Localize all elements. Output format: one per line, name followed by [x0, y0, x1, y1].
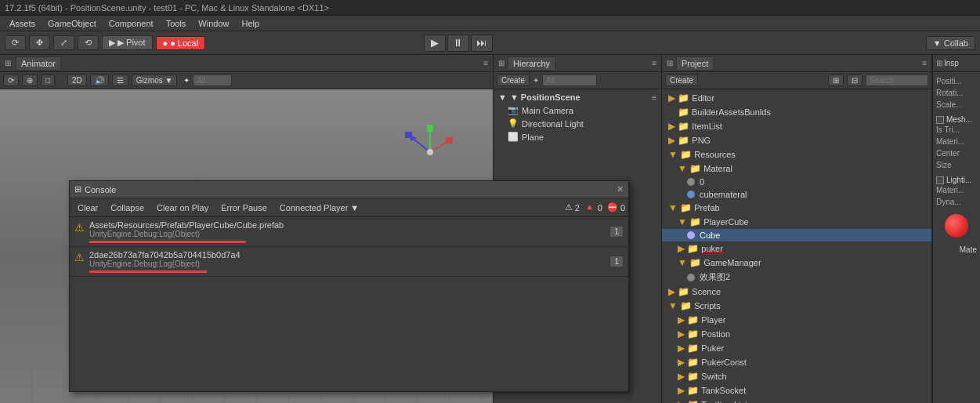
project-item-resources[interactable]: ▼ 📁 Resources	[662, 147, 931, 162]
project-item-itemlist[interactable]: ▶ 📁 ItemList	[662, 119, 931, 133]
clear-on-play-btn[interactable]: Clear on Play	[152, 202, 213, 213]
lighting-checkbox[interactable]	[936, 176, 944, 184]
project-item-scripts[interactable]: ▼ 📁 Scripts	[662, 299, 931, 313]
folder-icon-prefab: ▼ 📁	[668, 202, 692, 213]
project-item-effect[interactable]: 效果图2	[662, 270, 931, 285]
hierarchy-create-btn[interactable]: Create	[497, 74, 530, 86]
collab-button[interactable]: ▼ Collab	[926, 36, 975, 50]
menu-help[interactable]: Help	[235, 19, 266, 28]
light-icon: 💡	[508, 118, 519, 129]
project-search[interactable]	[866, 74, 928, 86]
project-item-player[interactable]: ▶ 📁 Player	[662, 313, 931, 327]
gizmos-btn[interactable]: Gizmos ▼	[132, 74, 178, 86]
transform-move-btn[interactable]: ⟳	[5, 35, 26, 50]
project-tab[interactable]: Project	[676, 56, 714, 71]
console-close-btn[interactable]: ✕	[617, 184, 624, 194]
console-content: ⚠ Assets/Resources/Prefab/PlayerCube/Cub…	[70, 217, 628, 391]
camera-label: Main Camera	[522, 106, 573, 115]
project-item-puker2[interactable]: ▶ 📁 Puker	[662, 341, 931, 355]
inspector-tab[interactable]: Insp	[944, 59, 959, 67]
project-item-materal[interactable]: ▼ 📁 Materal	[662, 162, 931, 176]
menu-component[interactable]: Component	[103, 19, 160, 28]
console-entry-0[interactable]: ⚠ Assets/Resources/Prefab/PlayerCube/Cub…	[70, 217, 628, 247]
plane-label: Plane	[522, 133, 544, 142]
scene-name: ▼ PositionScene	[510, 93, 580, 102]
hierarchy-menu-icon[interactable]: ≡	[652, 59, 656, 67]
folder-icon-gamemanager: ▼ 📁	[678, 257, 701, 268]
hierarchy-tab[interactable]: Hierarchy	[508, 56, 555, 71]
project-header: ⊞ Project ≡	[662, 55, 931, 72]
menu-gameobject[interactable]: GameObject	[42, 19, 103, 28]
entry-warning-icon-1: ⚠	[74, 251, 85, 263]
project-item-testitemlist[interactable]: ▶ 📁 TestItemList	[662, 398, 931, 403]
panel-menu-icon[interactable]: ≡	[483, 59, 488, 67]
scene-menu[interactable]: ≡	[652, 93, 656, 102]
scene-search[interactable]	[193, 74, 232, 86]
project-item-png[interactable]: ▶ 📁 PNG	[662, 133, 931, 147]
hierarchy-camera[interactable]: 📷 Main Camera	[494, 103, 661, 117]
inspector-content: Positi... Rotati... Scale... Mesh... Is …	[933, 72, 980, 259]
project-item-editor[interactable]: ▶ 📁 Editor	[662, 91, 931, 105]
local-icon: ●	[163, 38, 168, 48]
console-title: ⊞ Console	[74, 184, 116, 194]
hierarchy-light[interactable]: 💡 Directional Light	[494, 117, 661, 130]
transform-rotate-btn[interactable]: ⟲	[78, 35, 99, 50]
project-item-scence[interactable]: ▶ 📁 Scence	[662, 285, 931, 299]
project-create-btn[interactable]: Create	[665, 74, 698, 86]
scene-root[interactable]: ▼ ▼ PositionScene ≡	[494, 91, 661, 103]
transform-scale-btn[interactable]: ⤢	[53, 35, 74, 50]
local-btn[interactable]: ● ● Local	[156, 36, 206, 50]
audio-btn[interactable]: 🔊	[90, 74, 109, 86]
folder-icon-postion: ▶ 📁	[678, 329, 699, 339]
project-item-builder[interactable]: 📁 BuilderAssetsBunlds	[662, 105, 931, 119]
play-button[interactable]: ▶	[424, 34, 446, 52]
project-item-prefab[interactable]: ▼ 📁 Prefab	[662, 201, 931, 215]
error-icon1: 🔺	[584, 202, 595, 212]
connected-player-btn[interactable]: Connected Player ▼	[275, 202, 363, 213]
project-item-playercube[interactable]: ▼ 📁 PlayerCube	[662, 215, 931, 229]
animator-tab[interactable]: Animator	[16, 56, 61, 71]
project-item-tanksocket[interactable]: ▶ 📁 TankSocket	[662, 383, 931, 398]
project-item-puker[interactable]: ▶ 📁 puker	[662, 241, 931, 256]
menu-assets[interactable]: Assets	[3, 19, 42, 28]
project-item-gamemanager[interactable]: ▼ 📁 GameManager	[662, 256, 931, 270]
project-item-postion[interactable]: ▶ 📁 Postion	[662, 327, 931, 341]
menu-window[interactable]: Window	[192, 19, 235, 28]
project-icon-btn1[interactable]: ⊞	[828, 74, 844, 86]
2d-btn[interactable]: 2D	[67, 74, 87, 86]
clear-btn[interactable]: Clear	[73, 202, 103, 213]
project-item-0[interactable]: 0	[662, 176, 931, 188]
pivot-btn[interactable]: ▶ ▶ Pivot	[102, 35, 153, 50]
entry-warning-icon-0: ⚠	[74, 221, 85, 234]
collapse-btn[interactable]: Collapse	[106, 202, 149, 213]
project-item-switch[interactable]: ▶ 📁 Switch	[662, 369, 931, 383]
error-pause-btn[interactable]: Error Pause	[216, 202, 272, 213]
mesh-checkbox[interactable]	[936, 116, 944, 124]
project-item-cube[interactable]: Cube	[662, 229, 931, 241]
error-count1: 0	[598, 203, 602, 212]
pause-button[interactable]: ⏸	[447, 34, 469, 52]
dot-icon-0	[687, 178, 695, 186]
stats-btn[interactable]: ☰	[112, 74, 128, 86]
hierarchy-plane[interactable]: ⬜ Plane	[494, 130, 661, 143]
step-button[interactable]: ⏭	[471, 34, 493, 52]
inspector-pin-icon: ⊞	[936, 59, 942, 67]
entry-bar-1	[89, 270, 207, 273]
maximize-btn[interactable]: □	[41, 74, 55, 86]
inspector-mesh-section: Mesh...	[936, 115, 977, 124]
pivot-label: ▶ Pivot	[118, 38, 146, 48]
refresh-btn[interactable]: ⟳	[3, 74, 19, 86]
mesh-label: Mesh...	[946, 115, 972, 124]
project-menu-icon[interactable]: ≡	[922, 59, 927, 67]
project-item-pukerconst[interactable]: ▶ 📁 PukerConst	[662, 355, 931, 369]
transform-select-btn[interactable]: ✥	[29, 35, 50, 50]
hierarchy-search[interactable]	[542, 74, 597, 86]
console-entry-1[interactable]: ⚠ 2dae26b73a7fa7042b5a704415b0d7a4 Unity…	[70, 247, 628, 277]
center-btn[interactable]: ⊕	[22, 74, 38, 86]
folder-icon-puker: ▶ 📁	[678, 243, 699, 254]
menu-tools[interactable]: Tools	[160, 19, 193, 28]
project-icon-btn2[interactable]: ⊟	[847, 74, 862, 86]
svg-rect-8	[446, 137, 453, 143]
folder-icon-pukerconst: ▶ 📁	[678, 357, 699, 368]
project-item-cubemateral[interactable]: cubemateral	[662, 188, 931, 201]
